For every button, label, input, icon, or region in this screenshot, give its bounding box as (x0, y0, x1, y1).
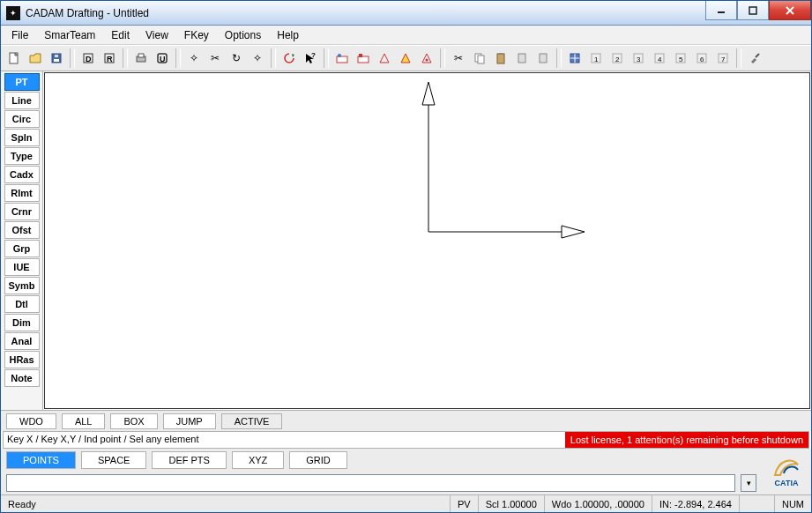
doc2-icon[interactable] (533, 48, 553, 68)
print-icon[interactable] (131, 48, 151, 68)
side-symb[interactable]: Symb (4, 277, 40, 294)
layer-2-icon[interactable]: 2 (607, 48, 627, 68)
brand-logo: CATIA (762, 449, 811, 487)
catia-logo-icon (771, 456, 801, 479)
window-title: CADAM Drafting - Untitled (26, 7, 149, 19)
tab-jump[interactable]: JUMP (163, 413, 216, 429)
side-type[interactable]: Type (4, 147, 40, 165)
menu-view[interactable]: View (138, 27, 175, 43)
tab-all[interactable]: ALL (62, 413, 106, 429)
svg-rect-1 (749, 7, 756, 14)
layer-4-icon[interactable]: 4 (650, 48, 669, 68)
paste-icon[interactable] (491, 48, 510, 68)
svg-text:5: 5 (679, 56, 683, 63)
menu-file[interactable]: File (4, 27, 35, 43)
side-rlmt[interactable]: Rlmt (4, 184, 40, 202)
svg-marker-16 (292, 54, 294, 57)
tool-cut2-icon[interactable]: ✂ (205, 48, 225, 68)
tab-box[interactable]: BOX (110, 413, 157, 429)
group-c-icon[interactable] (375, 48, 394, 68)
brush-icon[interactable] (745, 48, 764, 68)
group-d-icon[interactable] (396, 48, 415, 68)
copy-icon[interactable] (470, 48, 489, 68)
side-hras[interactable]: HRas (4, 351, 40, 368)
svg-rect-20 (358, 56, 369, 63)
mode-points[interactable]: POINTS (6, 451, 76, 469)
svg-point-19 (338, 54, 341, 57)
close-button[interactable] (769, 1, 811, 20)
tool-d1-icon[interactable]: D (78, 48, 98, 68)
layer-7-icon[interactable]: 7 (713, 48, 733, 68)
tab-active[interactable]: ACTIVE (221, 413, 283, 429)
status-scl: Scl 1.00000 (478, 495, 544, 512)
drawing-canvas[interactable] (44, 72, 810, 409)
menu-edit[interactable]: Edit (104, 27, 137, 43)
svg-marker-53 (562, 226, 585, 238)
workarea: PT Line Circ Spln Type Cadx Rlmt Crnr Of… (1, 71, 811, 410)
svg-text:U: U (160, 55, 166, 63)
mode-space[interactable]: SPACE (81, 451, 146, 469)
command-history-dropdown[interactable]: ▾ (741, 474, 756, 492)
mode-xyz[interactable]: XYZ (232, 451, 284, 469)
layer-6-icon[interactable]: 6 (692, 48, 711, 68)
side-spln[interactable]: Spln (4, 129, 40, 146)
tool-u-icon[interactable]: U (153, 48, 172, 68)
grid-settings-icon[interactable] (565, 48, 585, 68)
svg-text:7: 7 (721, 56, 726, 63)
group-a-icon[interactable] (332, 48, 352, 68)
group-e-icon[interactable] (417, 48, 436, 68)
side-dim[interactable]: Dim (4, 314, 40, 331)
maximize-button[interactable] (737, 1, 769, 20)
layer-3-icon[interactable]: 3 (629, 48, 648, 68)
command-input[interactable] (6, 474, 735, 492)
svg-text:1: 1 (594, 56, 599, 63)
minimize-button[interactable] (705, 1, 737, 20)
svg-rect-31 (540, 54, 547, 63)
command-row: ▾ (1, 472, 762, 494)
menu-help[interactable]: Help (270, 27, 306, 43)
side-dtl[interactable]: Dtl (4, 295, 40, 313)
side-line[interactable]: Line (4, 92, 40, 109)
svg-point-25 (426, 59, 428, 62)
svg-rect-29 (499, 53, 503, 55)
svg-rect-18 (337, 56, 347, 63)
help-pointer-icon[interactable]: ? (301, 48, 320, 68)
mode-grid[interactable]: GRID (289, 451, 347, 469)
side-toolbar: PT Line Circ Spln Type Cadx Rlmt Crnr Of… (1, 71, 43, 410)
svg-text:R: R (107, 55, 113, 63)
menu-fkey[interactable]: FKey (177, 27, 216, 43)
svg-rect-27 (478, 56, 484, 63)
svg-rect-13 (138, 54, 144, 57)
side-iue[interactable]: IUE (4, 258, 40, 276)
svg-text:6: 6 (700, 56, 704, 63)
side-crnr[interactable]: Crnr (4, 203, 40, 220)
tool-d2-icon[interactable]: R (100, 48, 119, 68)
layer-1-icon[interactable]: 1 (586, 48, 606, 68)
side-note[interactable]: Note (4, 369, 40, 387)
side-anal[interactable]: Anal (4, 332, 40, 350)
side-circ[interactable]: Circ (4, 110, 40, 128)
save-file-icon[interactable] (47, 48, 66, 68)
tool-magic-icon[interactable]: ✧ (184, 48, 204, 68)
cut-icon[interactable]: ✂ (449, 48, 468, 68)
open-file-icon[interactable] (26, 48, 45, 68)
doc1-icon[interactable] (512, 48, 532, 68)
group-b-icon[interactable] (354, 48, 373, 68)
status-num: NUM (774, 495, 811, 512)
tool-rot-icon[interactable]: ↻ (227, 48, 246, 68)
new-file-icon[interactable] (4, 48, 24, 68)
svg-marker-22 (380, 54, 389, 63)
refresh-icon[interactable] (279, 48, 299, 68)
mode-defpts[interactable]: DEF PTS (152, 451, 226, 469)
side-cadx[interactable]: Cadx (4, 166, 40, 183)
side-ofst[interactable]: Ofst (4, 221, 40, 239)
menu-smarteam[interactable]: SmarTeam (37, 27, 102, 43)
menu-options[interactable]: Options (218, 27, 268, 43)
layer-5-icon[interactable]: 5 (671, 48, 690, 68)
tab-wdo[interactable]: WDO (6, 413, 56, 429)
svg-text:3: 3 (637, 56, 641, 63)
tool-scale-icon[interactable]: ✧ (248, 48, 267, 68)
status-pv: PV (450, 495, 478, 512)
side-grp[interactable]: Grp (4, 240, 40, 257)
side-pt[interactable]: PT (4, 73, 40, 91)
